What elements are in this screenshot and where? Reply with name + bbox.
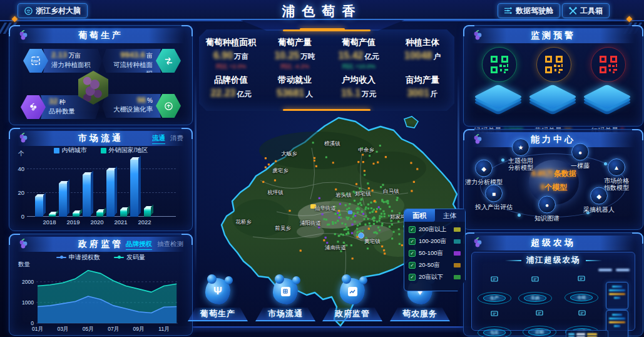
legend-row-3[interactable]: ✓20-50亩 [409,261,461,269]
platform [587,88,628,108]
panel-super-farm: 超级农场 浦江超级农场 生产采摘仓储包装运输销售 [463,232,643,336]
nav-label: 政府监管 [335,308,370,319]
x-tick: 2019 [62,219,84,226]
brand-label: 浙江乡村大脑 [36,6,81,16]
tab-spot-check[interactable]: 抽查检测 [157,240,183,250]
grape-icon [18,30,28,40]
kpi-yield-per-mu: 亩均产量3001斤 [391,75,454,99]
town-label: 大畈乡 [281,150,297,158]
stat-greenhouse-rate: 98%大棚设施化率 [102,95,181,117]
capability-node-picking-robot[interactable]: ◆采摘机器人 [583,187,615,213]
nav-government[interactable]: 政府监管 [322,278,382,321]
checkbox-checked[interactable]: ✓ [409,274,416,281]
farm-node-2[interactable]: 仓储 [562,275,601,304]
kpi-growers: 种植主体10048户 [391,37,454,70]
farm-node-icon [578,273,586,284]
farm-node-1[interactable]: 采摘 [516,276,555,304]
potential-model-icon: ◆ [475,160,493,177]
price-index-model-icon: ▲ [608,158,625,176]
y-axis-unit: 个 [18,150,24,158]
market-legend: 内销城市 外销国家/地区 [9,146,192,155]
farm-subtitle: 浦江超级农场 [526,255,581,266]
bar-export [73,213,79,217]
kpi-block: 葡萄种植面积6.90万亩同比 +2.0% 葡萄产量10.25万吨同比 -4.2%… [199,29,454,111]
checkbox-checked[interactable]: ✓ [409,262,416,269]
legend-swatch [454,263,461,267]
one-vine-icon: ● [571,143,589,161]
town-label: 虞宅乡 [272,167,289,175]
town-label: 郑宅镇 [355,190,371,198]
bar-export [120,210,127,217]
farm-node-label: 包装 [490,329,499,336]
nav-label: 萄农服务 [402,308,437,319]
data-cockpit-label: 数据驾驶舱 [516,6,553,16]
legend-row-1[interactable]: ✓100-200亩 [409,237,461,246]
farm-node-4[interactable]: 运输 [520,309,559,337]
tab-consumption[interactable]: 消费 [170,134,183,144]
checkbox-checked[interactable]: ✓ [409,226,416,233]
panel-header: 市场流通 流通消费 [16,131,186,146]
map-legend: 面积 主体 ✓200亩以上✓100-200亩✓50-100亩✓20-50亩✓20… [404,209,466,291]
kpi-household-income: 户均收入15.1万元 [327,75,391,99]
bar-export [96,212,103,217]
legend-line [114,257,124,258]
x-tick: 2018 [38,219,61,226]
town-label: 浦南街道 [325,244,346,252]
kpi-brand-value: 品牌价值22.23亿元 [199,75,263,99]
legend-row-0[interactable]: ✓200亩以上 [409,226,461,234]
farm-node-icon [491,308,499,319]
legend-tab-area[interactable]: 面积 [404,209,435,222]
town-label: 白马镇 [383,188,399,195]
kpi-output-value: 葡萄产值15.42亿元同比 +10.0% [327,37,391,70]
town-label: 中余乡 [358,147,374,154]
nav-grape-production[interactable]: Ψ 葡萄生产 [188,278,248,321]
legend-label: 20-50亩 [419,261,451,269]
toolbox-button[interactable]: 工具箱 [562,3,610,18]
legend-swatch [454,227,461,232]
capability-node-potential-model[interactable]: ◆潜力分析模型 [465,160,503,185]
brand-button[interactable]: 浙江乡村大脑 [18,3,88,18]
panel-header: 葡萄生产 [16,28,186,43]
yellow-qr-icon [536,47,571,82]
capability-node-one-vine[interactable]: ●一棵藤 [571,143,590,169]
data-cockpit-button[interactable]: 数据驾驶舱 [498,3,560,18]
tab-circulation[interactable]: 流通 [152,134,165,144]
legend-tab-entity[interactable]: 主体 [435,209,466,222]
panel-title: 监测预警 [531,30,576,41]
capability-node-io-evaluation[interactable]: ■投入产出评估 [475,185,513,210]
nav-market[interactable]: 市场流通 [255,278,315,321]
gov-area-chart: 01000200001月03月05月07月09月11月 [16,262,186,333]
checkbox-checked[interactable]: ✓ [409,250,416,257]
capability-node-knowledge-graph[interactable]: ●知识图谱 [534,196,560,222]
farm-node-0[interactable]: 生产 [475,276,514,304]
legend-row-2[interactable]: ✓50-100亩 [409,249,461,257]
platform [533,88,574,108]
legend-label: 内销城市 [62,146,87,155]
legend-row-4[interactable]: ✓20亩以下 [409,273,461,281]
red-qr-icon [591,47,626,82]
panel-header: 监测预警 [470,28,636,43]
panel-header: 政府监管 品牌授权抽查检测 [16,237,186,252]
farm-node-3[interactable]: 包装 [475,310,514,337]
checkbox-checked[interactable]: ✓ [409,238,416,245]
platform [478,88,519,108]
town-label: 黄宅镇 [364,238,381,246]
legend-swatch [454,239,461,244]
capability-node-credit-model[interactable]: ★主题信用 分析模型 [508,138,533,171]
vine-icon: Ψ [205,278,230,304]
capability-node-price-index-model[interactable]: ▲市场价格 指数模型 [604,158,629,191]
toolbox-label: 工具箱 [580,6,603,16]
grape-icon [18,239,28,249]
kpi-employment: 带动就业53681人 [263,75,327,99]
panel-grape-production: 葡萄生产 m² 2.13万亩潜力种植面积 9943.6亩可流转种植面积 32种品… [9,25,193,125]
svg-text:05月: 05月 [83,326,94,332]
legend-swatch [101,148,106,153]
chart-icon [348,287,357,296]
grape-blob-icon [273,278,298,304]
farm-node-label: 仓储 [577,294,586,301]
town-label: 岩头镇 [335,192,352,199]
svg-text:2000: 2000 [22,279,34,285]
tab-brand-auth[interactable]: 品牌授权 [126,240,152,250]
kpi-yield: 葡萄产量10.25万吨同比 -4.2% [263,37,327,70]
monitor-green-code: 绿码总量12986 [471,44,526,140]
